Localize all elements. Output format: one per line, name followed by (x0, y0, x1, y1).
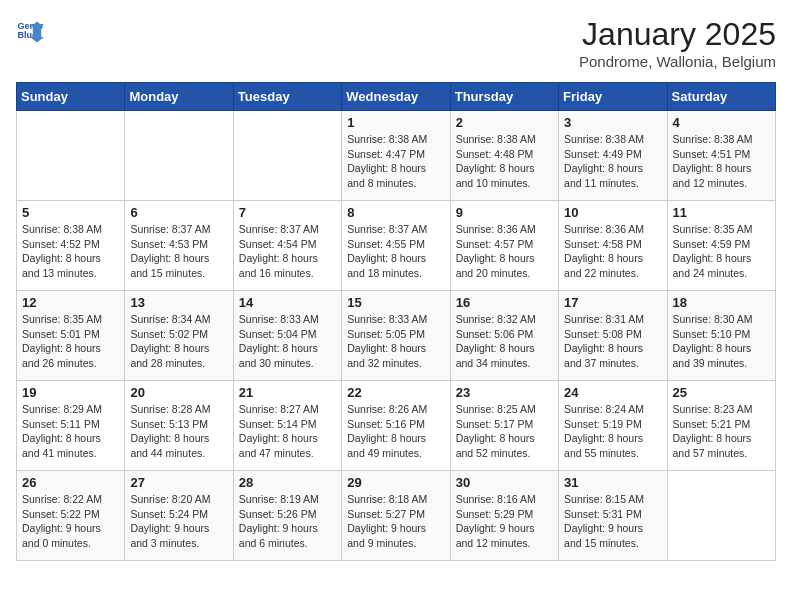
column-header-thursday: Thursday (450, 83, 558, 111)
day-number: 13 (130, 295, 227, 310)
calendar-cell: 30Sunrise: 8:16 AM Sunset: 5:29 PM Dayli… (450, 471, 558, 561)
day-info: Sunrise: 8:30 AM Sunset: 5:10 PM Dayligh… (673, 312, 770, 371)
day-info: Sunrise: 8:15 AM Sunset: 5:31 PM Dayligh… (564, 492, 661, 551)
column-header-sunday: Sunday (17, 83, 125, 111)
column-header-tuesday: Tuesday (233, 83, 341, 111)
calendar-week-3: 12Sunrise: 8:35 AM Sunset: 5:01 PM Dayli… (17, 291, 776, 381)
day-info: Sunrise: 8:36 AM Sunset: 4:57 PM Dayligh… (456, 222, 553, 281)
calendar-cell (233, 111, 341, 201)
calendar-cell: 2Sunrise: 8:38 AM Sunset: 4:48 PM Daylig… (450, 111, 558, 201)
day-number: 8 (347, 205, 444, 220)
calendar-cell (17, 111, 125, 201)
calendar-cell: 11Sunrise: 8:35 AM Sunset: 4:59 PM Dayli… (667, 201, 775, 291)
day-number: 27 (130, 475, 227, 490)
calendar-cell: 7Sunrise: 8:37 AM Sunset: 4:54 PM Daylig… (233, 201, 341, 291)
column-header-friday: Friday (559, 83, 667, 111)
calendar-cell: 9Sunrise: 8:36 AM Sunset: 4:57 PM Daylig… (450, 201, 558, 291)
day-info: Sunrise: 8:26 AM Sunset: 5:16 PM Dayligh… (347, 402, 444, 461)
column-header-saturday: Saturday (667, 83, 775, 111)
calendar-cell: 10Sunrise: 8:36 AM Sunset: 4:58 PM Dayli… (559, 201, 667, 291)
day-number: 24 (564, 385, 661, 400)
calendar-cell: 22Sunrise: 8:26 AM Sunset: 5:16 PM Dayli… (342, 381, 450, 471)
calendar-cell: 29Sunrise: 8:18 AM Sunset: 5:27 PM Dayli… (342, 471, 450, 561)
day-number: 18 (673, 295, 770, 310)
day-info: Sunrise: 8:31 AM Sunset: 5:08 PM Dayligh… (564, 312, 661, 371)
day-info: Sunrise: 8:35 AM Sunset: 4:59 PM Dayligh… (673, 222, 770, 281)
calendar-cell: 1Sunrise: 8:38 AM Sunset: 4:47 PM Daylig… (342, 111, 450, 201)
day-info: Sunrise: 8:38 AM Sunset: 4:47 PM Dayligh… (347, 132, 444, 191)
day-info: Sunrise: 8:38 AM Sunset: 4:51 PM Dayligh… (673, 132, 770, 191)
calendar-cell: 17Sunrise: 8:31 AM Sunset: 5:08 PM Dayli… (559, 291, 667, 381)
calendar-cell: 26Sunrise: 8:22 AM Sunset: 5:22 PM Dayli… (17, 471, 125, 561)
day-info: Sunrise: 8:28 AM Sunset: 5:13 PM Dayligh… (130, 402, 227, 461)
calendar-body: 1Sunrise: 8:38 AM Sunset: 4:47 PM Daylig… (17, 111, 776, 561)
day-info: Sunrise: 8:37 AM Sunset: 4:54 PM Dayligh… (239, 222, 336, 281)
day-number: 4 (673, 115, 770, 130)
day-number: 31 (564, 475, 661, 490)
calendar-cell: 4Sunrise: 8:38 AM Sunset: 4:51 PM Daylig… (667, 111, 775, 201)
day-number: 6 (130, 205, 227, 220)
calendar-cell: 15Sunrise: 8:33 AM Sunset: 5:05 PM Dayli… (342, 291, 450, 381)
day-info: Sunrise: 8:36 AM Sunset: 4:58 PM Dayligh… (564, 222, 661, 281)
logo-icon: General Blue (16, 16, 44, 44)
day-info: Sunrise: 8:34 AM Sunset: 5:02 PM Dayligh… (130, 312, 227, 371)
calendar-cell: 18Sunrise: 8:30 AM Sunset: 5:10 PM Dayli… (667, 291, 775, 381)
calendar-cell: 25Sunrise: 8:23 AM Sunset: 5:21 PM Dayli… (667, 381, 775, 471)
calendar-cell: 31Sunrise: 8:15 AM Sunset: 5:31 PM Dayli… (559, 471, 667, 561)
day-info: Sunrise: 8:37 AM Sunset: 4:55 PM Dayligh… (347, 222, 444, 281)
calendar-week-5: 26Sunrise: 8:22 AM Sunset: 5:22 PM Dayli… (17, 471, 776, 561)
calendar-week-4: 19Sunrise: 8:29 AM Sunset: 5:11 PM Dayli… (17, 381, 776, 471)
calendar-cell: 19Sunrise: 8:29 AM Sunset: 5:11 PM Dayli… (17, 381, 125, 471)
day-number: 29 (347, 475, 444, 490)
calendar-cell: 28Sunrise: 8:19 AM Sunset: 5:26 PM Dayli… (233, 471, 341, 561)
day-info: Sunrise: 8:16 AM Sunset: 5:29 PM Dayligh… (456, 492, 553, 551)
day-info: Sunrise: 8:18 AM Sunset: 5:27 PM Dayligh… (347, 492, 444, 551)
day-info: Sunrise: 8:20 AM Sunset: 5:24 PM Dayligh… (130, 492, 227, 551)
calendar-cell: 3Sunrise: 8:38 AM Sunset: 4:49 PM Daylig… (559, 111, 667, 201)
day-number: 2 (456, 115, 553, 130)
title-block: January 2025 Pondrome, Wallonia, Belgium (579, 16, 776, 70)
day-info: Sunrise: 8:35 AM Sunset: 5:01 PM Dayligh… (22, 312, 119, 371)
day-info: Sunrise: 8:23 AM Sunset: 5:21 PM Dayligh… (673, 402, 770, 461)
day-info: Sunrise: 8:38 AM Sunset: 4:52 PM Dayligh… (22, 222, 119, 281)
day-info: Sunrise: 8:38 AM Sunset: 4:48 PM Dayligh… (456, 132, 553, 191)
calendar-cell: 5Sunrise: 8:38 AM Sunset: 4:52 PM Daylig… (17, 201, 125, 291)
day-info: Sunrise: 8:37 AM Sunset: 4:53 PM Dayligh… (130, 222, 227, 281)
day-info: Sunrise: 8:22 AM Sunset: 5:22 PM Dayligh… (22, 492, 119, 551)
day-number: 15 (347, 295, 444, 310)
day-info: Sunrise: 8:38 AM Sunset: 4:49 PM Dayligh… (564, 132, 661, 191)
day-info: Sunrise: 8:29 AM Sunset: 5:11 PM Dayligh… (22, 402, 119, 461)
day-number: 5 (22, 205, 119, 220)
calendar-cell: 23Sunrise: 8:25 AM Sunset: 5:17 PM Dayli… (450, 381, 558, 471)
calendar-cell: 6Sunrise: 8:37 AM Sunset: 4:53 PM Daylig… (125, 201, 233, 291)
day-number: 17 (564, 295, 661, 310)
calendar-cell: 8Sunrise: 8:37 AM Sunset: 4:55 PM Daylig… (342, 201, 450, 291)
day-number: 19 (22, 385, 119, 400)
calendar-cell: 27Sunrise: 8:20 AM Sunset: 5:24 PM Dayli… (125, 471, 233, 561)
day-info: Sunrise: 8:33 AM Sunset: 5:04 PM Dayligh… (239, 312, 336, 371)
day-number: 16 (456, 295, 553, 310)
calendar-title: January 2025 (579, 16, 776, 53)
column-header-wednesday: Wednesday (342, 83, 450, 111)
day-number: 23 (456, 385, 553, 400)
calendar-cell: 20Sunrise: 8:28 AM Sunset: 5:13 PM Dayli… (125, 381, 233, 471)
day-number: 21 (239, 385, 336, 400)
day-info: Sunrise: 8:33 AM Sunset: 5:05 PM Dayligh… (347, 312, 444, 371)
calendar-cell: 24Sunrise: 8:24 AM Sunset: 5:19 PM Dayli… (559, 381, 667, 471)
day-number: 1 (347, 115, 444, 130)
calendar-cell (125, 111, 233, 201)
calendar-header-row: SundayMondayTuesdayWednesdayThursdayFrid… (17, 83, 776, 111)
day-info: Sunrise: 8:25 AM Sunset: 5:17 PM Dayligh… (456, 402, 553, 461)
calendar-cell: 12Sunrise: 8:35 AM Sunset: 5:01 PM Dayli… (17, 291, 125, 381)
calendar-cell: 13Sunrise: 8:34 AM Sunset: 5:02 PM Dayli… (125, 291, 233, 381)
day-number: 28 (239, 475, 336, 490)
day-number: 22 (347, 385, 444, 400)
calendar-cell: 16Sunrise: 8:32 AM Sunset: 5:06 PM Dayli… (450, 291, 558, 381)
calendar-subtitle: Pondrome, Wallonia, Belgium (579, 53, 776, 70)
calendar-cell (667, 471, 775, 561)
day-number: 30 (456, 475, 553, 490)
calendar-week-2: 5Sunrise: 8:38 AM Sunset: 4:52 PM Daylig… (17, 201, 776, 291)
day-number: 14 (239, 295, 336, 310)
day-number: 25 (673, 385, 770, 400)
day-number: 7 (239, 205, 336, 220)
